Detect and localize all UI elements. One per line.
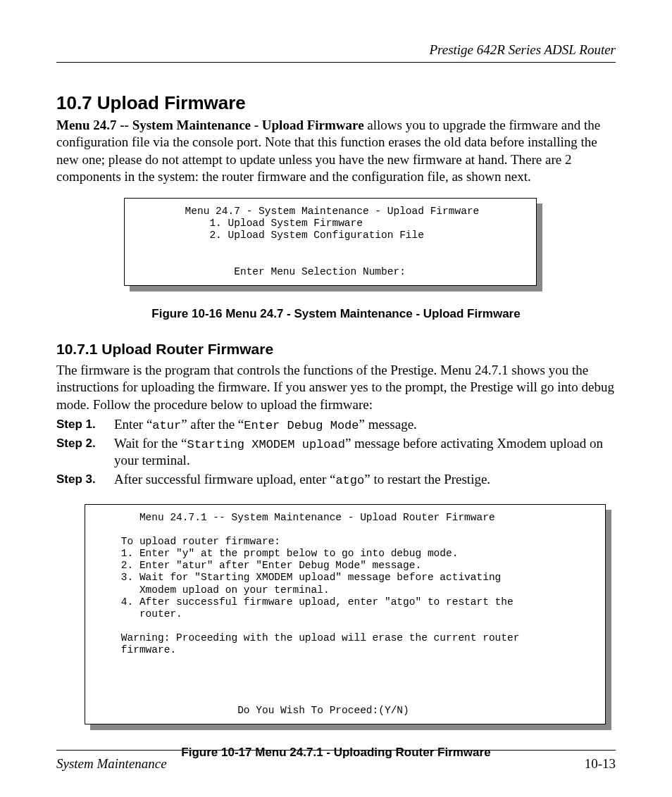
header-right-text: Prestige 642R Series ADSL Router (429, 42, 616, 57)
figure-1-caption: Figure 10-16 Menu 24.7 - System Maintena… (56, 307, 616, 321)
step-body: Enter “atur” after the “Enter Debug Mode… (114, 416, 616, 434)
figure-1-terminal-wrap: Menu 24.7 - System Maintenance - Upload … (124, 198, 537, 286)
footer-left: System Maintenance (56, 756, 167, 772)
step-body: Wait for the “Starting XMODEM upload” me… (114, 435, 616, 470)
terminal-output-1: Menu 24.7 - System Maintenance - Upload … (124, 198, 537, 286)
subsection-heading: 10.7.1 Upload Router Firmware (56, 341, 616, 358)
step-label: Step 3. (56, 471, 114, 489)
step-row: Step 2. Wait for the “Starting XMODEM up… (56, 435, 616, 470)
section-heading: 10.7 Upload Firmware (56, 92, 616, 114)
page: Prestige 642R Series ADSL Router 10.7 Up… (0, 0, 672, 797)
step-label: Step 2. (56, 435, 114, 470)
header-rule (56, 62, 616, 63)
terminal-output-2: Menu 24.7.1 -- System Maintenance - Uplo… (85, 504, 606, 724)
footer-rule (56, 750, 616, 751)
step-row: Step 1. Enter “atur” after the “Enter De… (56, 416, 616, 434)
steps-list: Step 1. Enter “atur” after the “Enter De… (56, 416, 616, 489)
footer: System Maintenance 10-13 (56, 756, 616, 772)
section-intro: Menu 24.7 -- System Maintenance - Upload… (56, 117, 616, 185)
step-body: After successful firmware upload, enter … (114, 471, 616, 489)
footer-right: 10-13 (585, 756, 616, 772)
running-header: Prestige 642R Series ADSL Router (56, 42, 616, 62)
subsection-intro: The firmware is the program that control… (56, 362, 616, 413)
intro-bold: Menu 24.7 -- System Maintenance - Upload… (56, 118, 364, 132)
figure-2-terminal-wrap: Menu 24.7.1 -- System Maintenance - Uplo… (85, 504, 606, 724)
step-row: Step 3. After successful firmware upload… (56, 471, 616, 489)
step-label: Step 1. (56, 416, 114, 434)
